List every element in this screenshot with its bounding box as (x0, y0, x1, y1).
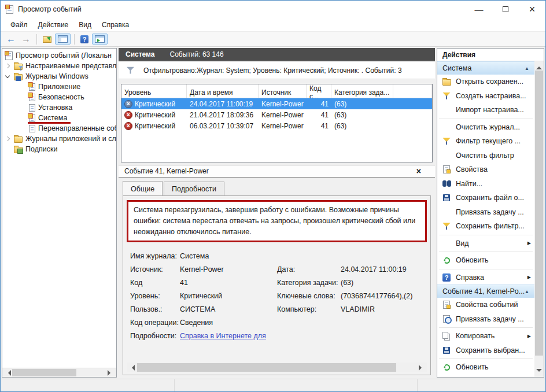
field-value: (70368744177664),(2) (341, 292, 423, 300)
event-fields: Имя журнала: Система Источник: Kernel-Po… (127, 249, 427, 342)
tree-item-windows-logs[interactable]: Журналы Windows (2, 71, 116, 82)
back-button[interactable]: ← (4, 34, 18, 45)
tree-item-custom-views[interactable]: Настраиваемые представле (2, 61, 116, 71)
toolbar: ← → (1, 31, 545, 47)
tree-horizontal-scrollbar[interactable] (2, 368, 116, 377)
menu-help[interactable]: Справка (97, 19, 134, 31)
action-save-selected-events[interactable]: Сохранить выбран... (437, 343, 534, 358)
action-pane-toggle-button[interactable] (92, 34, 108, 45)
tree-item-event-viewer-root[interactable]: Просмотр событий (Локальн (2, 50, 116, 61)
refresh-icon (444, 257, 450, 264)
action-view[interactable]: Вид ▶ (437, 236, 534, 251)
action-import-custom-view[interactable]: Импорт настраива... (437, 103, 534, 117)
event-count: Событий: 63 146 (170, 50, 224, 58)
chevron-right-icon[interactable] (5, 64, 10, 68)
field-label: Дата: (277, 265, 341, 273)
actions-separator (439, 119, 533, 119)
scroll-right-icon[interactable] (106, 368, 116, 378)
menu-action[interactable]: Действие (33, 19, 74, 31)
event-row-selected[interactable]: Критический 24.04.2017 11:00:19 Kernel-P… (121, 98, 432, 109)
tree-item-application[interactable]: Приложение (2, 82, 116, 92)
actions-vertical-scrollbar[interactable] (534, 61, 544, 377)
detail-horizontal-scrollbar[interactable] (127, 363, 427, 372)
action-save-all-events[interactable]: Сохранить файл о... (437, 191, 534, 205)
menu-file[interactable]: Файл (5, 19, 33, 31)
actions-group-event-41[interactable]: Событие 41, Kernel-Po... ▲ (437, 284, 534, 298)
tab-details[interactable]: Подробности (164, 182, 224, 196)
forwarded-events-log-icon (29, 125, 35, 132)
spacer (5, 147, 10, 151)
actions-list: Система ▲ Открыть сохранен... Создать на… (437, 61, 534, 377)
refresh-icon (444, 364, 450, 371)
field-row-details: Подробности: Справка в Интернете для (127, 329, 427, 342)
field-value: (63) (341, 279, 423, 287)
submenu-arrow-icon: ▶ (527, 334, 531, 339)
help-button[interactable] (78, 34, 91, 45)
event-row[interactable]: Критический 21.04.2017 18:09:36 Kernel-P… (121, 109, 432, 120)
field-label: Категория задачи: (277, 279, 341, 287)
tab-general[interactable]: Общие (123, 181, 163, 195)
toolbar-separator (74, 34, 75, 45)
field-row: Код 41 Категория задачи: (63) (127, 276, 427, 289)
application-log-icon (29, 83, 35, 91)
field-row: Имя журнала: Система (127, 249, 427, 262)
event-viewer-app-icon (6, 5, 13, 14)
field-value: 41 (180, 279, 277, 287)
action-event-properties[interactable]: Свойства событий (437, 298, 534, 312)
tree-item-setup[interactable]: Установка (2, 102, 116, 113)
subscriptions-folder-icon (14, 147, 23, 153)
action-copy[interactable]: Копировать ▶ (437, 329, 534, 343)
action-clear-filter[interactable]: Очистить фильтр (437, 149, 534, 163)
tree-item-security[interactable]: Безопасность (2, 92, 116, 102)
online-help-link[interactable]: Справка в Интернете для (180, 332, 423, 340)
actions-group-system[interactable]: Система ▲ (437, 61, 534, 75)
title-bar: Просмотр событий — × (1, 1, 545, 18)
action-attach-task[interactable]: Привязать задачу ... (437, 205, 534, 220)
action-create-custom-view[interactable]: Создать настраива... (437, 89, 534, 103)
console-tree-toggle-button[interactable] (55, 34, 71, 45)
action-pane-icon (95, 35, 105, 43)
forward-button[interactable]: → (19, 34, 33, 45)
field-value: VLADIMIR (341, 305, 423, 313)
field-row: Код операции: Сведения (127, 316, 427, 329)
tree-item-system[interactable]: Система (2, 113, 116, 123)
chevron-down-icon[interactable] (5, 73, 10, 77)
scroll-right-icon[interactable] (418, 363, 427, 372)
action-find[interactable]: Найти... (437, 177, 534, 191)
maximize-button[interactable] (492, 1, 519, 18)
action-clear-log[interactable]: Очистить журнал... (437, 120, 534, 135)
scroll-up-icon[interactable] (534, 61, 544, 71)
scroll-left-icon[interactable] (127, 363, 136, 372)
action-properties[interactable]: Свойства (437, 162, 534, 177)
field-value (341, 319, 423, 327)
scroll-left-icon[interactable] (3, 368, 12, 378)
action-refresh-event[interactable]: Обновить (437, 360, 534, 375)
chevron-right-icon[interactable] (5, 136, 10, 141)
minimize-button[interactable]: — (466, 1, 492, 18)
collapse-icon[interactable]: ▲ (525, 289, 529, 294)
action-refresh[interactable]: Обновить (437, 253, 534, 268)
back-icon: ← (6, 35, 16, 44)
open-saved-log-button[interactable] (40, 34, 54, 44)
action-filter-current-log[interactable]: Фильтр текущего ... (437, 134, 534, 149)
security-log-icon (29, 94, 35, 101)
action-open-saved-log[interactable]: Открыть сохранен... (437, 75, 534, 89)
action-attach-task-to-event[interactable]: Привязать задачу ... (437, 312, 534, 327)
scroll-down-icon[interactable] (534, 368, 544, 377)
action-help[interactable]: Справка ▶ (437, 271, 534, 285)
detail-close-button[interactable]: × (408, 167, 429, 176)
field-label: Компьютер: (277, 305, 341, 313)
save-filter-icon (443, 223, 451, 230)
custom-views-folder-icon (14, 64, 23, 70)
tree-item-forwarded-events[interactable]: Перенаправленные соб (2, 123, 116, 134)
event-row[interactable]: Критический 06.03.2017 10:39:07 Kernel-P… (121, 120, 432, 131)
apps-services-folder-icon (14, 136, 23, 143)
status-segment (175, 379, 418, 391)
tree-item-apps-services-logs[interactable]: Журналы приложений и сл (2, 134, 116, 144)
tree-item-subscriptions[interactable]: Подписки (2, 144, 116, 154)
critical-icon (124, 111, 132, 119)
action-save-filter[interactable]: Сохранить фильтр... (437, 219, 534, 234)
collapse-icon[interactable]: ▲ (525, 66, 529, 71)
close-button[interactable]: × (519, 1, 545, 18)
menu-view[interactable]: Вид (73, 19, 97, 31)
